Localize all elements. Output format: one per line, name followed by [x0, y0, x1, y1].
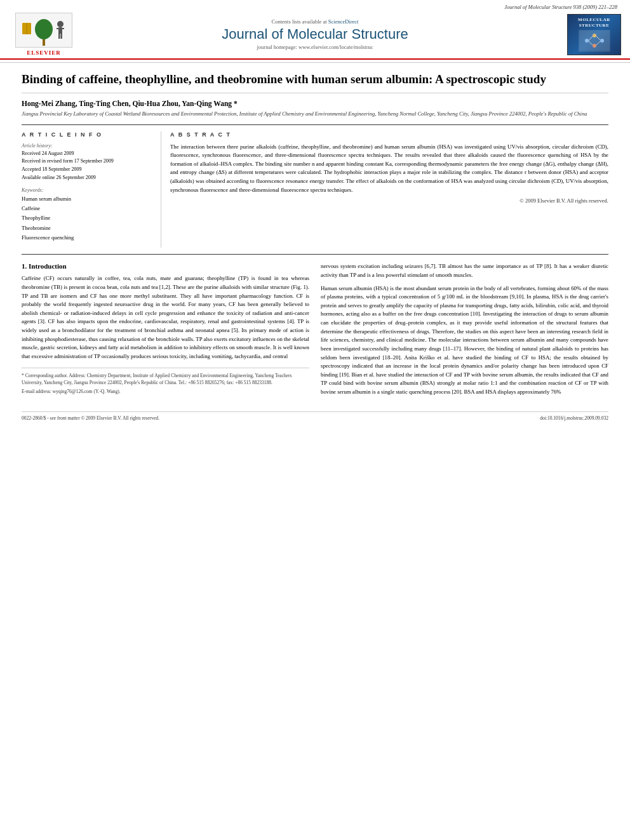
info-abstract-section: A R T I C L E I N F O Article history: R… [22, 124, 608, 255]
keyword-1: Human serum albumin [22, 194, 153, 204]
svg-rect-11 [579, 30, 610, 51]
elsevier-wordmark: ELSEVIER [27, 50, 61, 56]
svg-point-12 [585, 39, 589, 43]
keyword-4: Theobromine [22, 223, 153, 233]
abstract-copyright: © 2009 Elsevier B.V. All rights reserved… [170, 197, 608, 204]
footnote-email: E-mail address: wyqing76@126.com (Y.-Q. … [22, 388, 309, 395]
mol-structure-title: MOLECULARSTRUCTURE [578, 17, 610, 29]
sciencedirect-link[interactable]: ScienceDirect [328, 18, 359, 25]
article-info-column: A R T I C L E I N F O Article history: R… [22, 131, 161, 248]
sciencedirect-line: Contents lists available at ScienceDirec… [79, 18, 551, 25]
bottom-bar: 0022-2860/$ - see front matter © 2009 El… [22, 411, 608, 421]
keyword-2: Caffeine [22, 204, 153, 213]
body-col-right: nervous system excitation including seiz… [321, 262, 608, 401]
page-wrapper: Journal of Molecular Structure 938 (2009… [0, 0, 630, 430]
svg-point-13 [593, 34, 596, 37]
svg-point-2 [35, 19, 53, 39]
main-content: Binding of caffeine, theophylline, and t… [0, 63, 630, 430]
svg-point-14 [600, 39, 604, 43]
svg-rect-8 [61, 34, 63, 39]
journal-header: Journal of Molecular Structure 938 (2009… [0, 0, 630, 63]
svg-rect-5 [57, 28, 59, 29]
intro-para-1: Caffeine (CF) occurs naturally in coffee… [22, 274, 309, 361]
copyright-notice: 0022-2860/$ - see front matter © 2009 El… [22, 415, 159, 421]
journal-logo-right: MOLECULARSTRUCTURE [551, 14, 621, 55]
keywords-label: Keywords: [22, 187, 153, 193]
keywords-block: Keywords: Human serum albumin Caffeine T… [22, 187, 153, 243]
footnote-divider [22, 368, 309, 368]
svg-point-15 [593, 44, 596, 48]
abstract-text: The interaction between three purine alk… [170, 143, 608, 195]
intro-heading: 1. Introduction [22, 262, 309, 270]
intro-para-3: Human serum albumin (HSA) is the most ab… [321, 284, 608, 397]
journal-homepage: journal homepage: www.elsevier.com/locat… [79, 44, 551, 50]
keywords-list: Human serum albumin Caffeine Theophyllin… [22, 194, 153, 243]
footnote-star: * Corresponding author. Address: Chemist… [22, 372, 309, 387]
history-label: Article history: [22, 143, 153, 149]
article-title: Binding of caffeine, theophylline, and t… [22, 72, 608, 93]
mol-structure-logo-box: MOLECULARSTRUCTURE [567, 14, 621, 55]
journal-title: Journal of Molecular Structure [79, 26, 551, 43]
authors-line: Hong-Mei Zhang, Ting-Ting Chen, Qiu-Hua … [22, 100, 608, 107]
available-date: Available online 26 September 2009 [22, 174, 153, 182]
keyword-3: Theophylline [22, 213, 153, 223]
journal-center: Contents lists available at ScienceDirec… [79, 18, 551, 50]
body-section: 1. Introduction Caffeine (CF) occurs nat… [22, 262, 608, 401]
revised-date: Received in revised form 17 September 20… [22, 157, 153, 166]
svg-rect-7 [58, 34, 60, 39]
elsevier-tree-logo [15, 13, 72, 48]
elsevier-logo: ELSEVIER [9, 13, 79, 56]
journal-ref: Journal of Molecular Structure 938 (2009… [0, 4, 630, 10]
mol-structure-image [579, 30, 610, 52]
body-col-left: 1. Introduction Caffeine (CF) occurs nat… [22, 262, 309, 401]
svg-rect-6 [62, 28, 64, 29]
abstract-label: A B S T R A C T [170, 131, 608, 138]
article-history-block: Article history: Received 24 August 2009… [22, 143, 153, 182]
keyword-5: Fluorescence quenching [22, 233, 153, 243]
abstract-column: A B S T R A C T The interaction between … [170, 131, 608, 248]
received-date: Received 24 August 2009 [22, 150, 153, 158]
svg-point-3 [57, 21, 64, 27]
intro-para-2: nervous system excitation including seiz… [321, 262, 608, 279]
affiliation: Jiangsu Provincial Key Laboratory of Coa… [22, 110, 608, 118]
elsevier-tree-svg [16, 13, 72, 48]
journal-banner: ELSEVIER Contents lists available at Sci… [0, 10, 630, 60]
doi-line: doi:10.1016/j.molstruc.2009.09.032 [540, 415, 608, 421]
accepted-date: Accepted 18 September 2009 [22, 166, 153, 174]
article-info-label: A R T I C L E I N F O [22, 131, 153, 138]
